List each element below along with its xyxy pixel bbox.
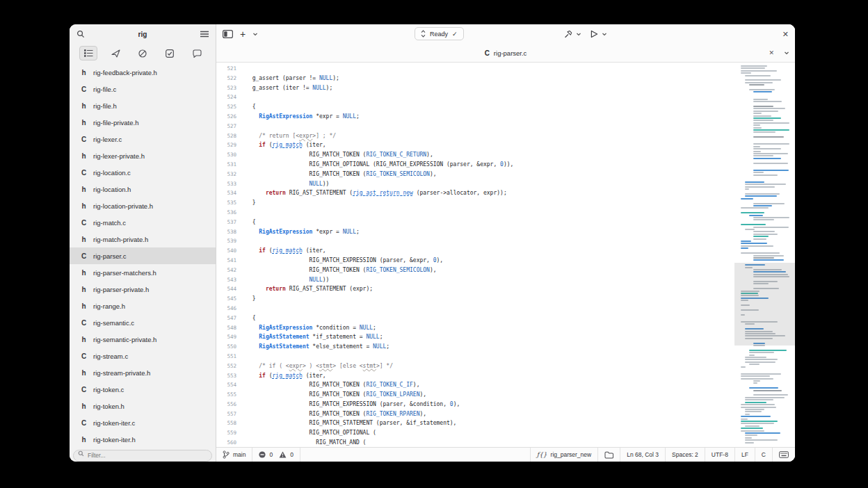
code-line[interactable]: /* return [<expr>] ; */ — [246, 131, 734, 141]
code-line[interactable]: RIG_MATCH_OPTIONAL ( — [246, 428, 734, 438]
omnibar[interactable]: Ready ✓ — [415, 27, 464, 40]
file-row[interactable]: hrig-parser-private.h — [70, 281, 216, 298]
code-line[interactable]: } — [246, 294, 734, 304]
cursor-position[interactable]: Ln 68, Col 3 — [620, 448, 665, 462]
tab-list-caret-icon[interactable] — [784, 50, 789, 56]
file-row[interactable]: hrig-file-private.h — [70, 114, 216, 131]
file-row[interactable]: Crig-lexer.c — [70, 131, 216, 147]
file-row[interactable]: Crig-match.c — [70, 214, 216, 231]
code-lines[interactable]: g_assert (parser != NULL); g_assert (ite… — [240, 63, 734, 447]
run-panel-icon[interactable] — [106, 46, 124, 60]
line-number: 544 — [216, 284, 236, 294]
code-line[interactable] — [246, 208, 734, 218]
code-line[interactable]: RIG_MATCH_TOKEN (RIG_TOKEN_RPAREN), — [246, 409, 734, 419]
code-line[interactable]: RigAstExpression *expr = NULL; — [246, 112, 734, 122]
tab-close-icon[interactable]: ✕ — [769, 49, 774, 56]
diagnostics-indicator[interactable]: 0 0 — [252, 448, 299, 462]
file-row[interactable]: hrig-stream-private.h — [70, 364, 216, 381]
code-line[interactable] — [246, 64, 734, 74]
code-editor[interactable]: 5215225235245255265275285295305315325335… — [216, 63, 795, 447]
build-caret-icon[interactable] — [576, 31, 581, 37]
new-tab-button[interactable]: + — [240, 29, 246, 39]
file-row[interactable]: hrig-file.h — [70, 97, 216, 114]
code-line[interactable]: if (rig_match (iter, — [246, 140, 734, 150]
new-tab-caret-icon[interactable] — [252, 31, 258, 37]
file-row[interactable]: hrig-location.h — [70, 181, 216, 197]
code-line[interactable] — [246, 304, 734, 314]
code-line[interactable]: RigAstStatement *else_statement = NULL; — [246, 342, 734, 352]
folder-button[interactable] — [598, 448, 620, 462]
code-line[interactable]: RIG_MATCH_TOKEN (RIG_TOKEN_C_RETURN), — [246, 150, 734, 160]
run-caret-icon[interactable] — [602, 31, 607, 37]
tests-panel-icon[interactable] — [161, 46, 179, 60]
code-line[interactable]: RIG_MATCH_STATEMENT (parser, &if_stateme… — [246, 418, 734, 428]
code-line[interactable]: if (rig_match (iter, — [246, 371, 734, 381]
file-row[interactable]: Crig-token.c — [70, 381, 216, 398]
window-close-button[interactable]: ✕ — [782, 24, 789, 44]
code-line[interactable]: g_assert (iter != NULL); — [246, 83, 734, 93]
encoding-setting[interactable]: UTF-8 — [705, 448, 734, 462]
code-line[interactable]: RigAstStatement *if_statement = NULL; — [246, 332, 734, 342]
file-row[interactable]: Crig-stream.c — [70, 348, 216, 364]
current-symbol[interactable]: ƒ{} rig_parser_new — [531, 448, 597, 462]
minimap-viewport[interactable] — [734, 263, 795, 345]
line-number: 555 — [216, 390, 236, 400]
file-row[interactable]: hrig-lexer-private.h — [70, 147, 216, 164]
line-ending-setting[interactable]: LF — [735, 448, 755, 462]
file-row[interactable]: hrig-parser-matchers.h — [70, 264, 216, 281]
file-row[interactable]: hrig-semantic-private.h — [70, 331, 216, 348]
file-row[interactable]: hrig-range.h — [70, 298, 216, 314]
code-line[interactable]: if (rig_match (iter, — [246, 246, 734, 256]
panel-toggle-icon[interactable] — [223, 30, 233, 38]
code-line[interactable] — [246, 236, 734, 246]
code-line[interactable]: RigAstExpression *condition = NULL; — [246, 323, 734, 333]
search-icon[interactable] — [77, 30, 85, 38]
code-line[interactable]: { — [246, 314, 734, 323]
code-line[interactable]: /* if ( <expr> ) <stmt> [else <stmt>] */ — [246, 361, 734, 371]
run-button[interactable] — [590, 30, 598, 38]
filter-input[interactable] — [73, 450, 212, 462]
file-row[interactable]: Crig-token-iter.c — [70, 414, 216, 431]
code-line[interactable] — [246, 122, 734, 131]
file-row[interactable]: Crig-parser.c — [70, 247, 216, 264]
code-line[interactable]: RIG_MATCH_OPTIONAL (RIG_MATCH_EXPRESSION… — [246, 160, 734, 170]
code-line[interactable]: g_assert (parser != NULL); — [246, 74, 734, 83]
build-icon[interactable] — [563, 30, 572, 39]
file-row[interactable]: hrig-location-private.h — [70, 197, 216, 214]
code-line[interactable] — [246, 92, 734, 102]
diagnostics-panel-icon[interactable] — [134, 46, 152, 60]
code-line[interactable]: return RIG_AST_STATEMENT (rig_ast_return… — [246, 188, 734, 198]
tab-title[interactable]: rig-parser.c — [494, 49, 527, 57]
branch-indicator[interactable]: main — [216, 448, 252, 462]
files-panel-icon[interactable] — [79, 46, 97, 60]
file-row[interactable]: hrig-token.h — [70, 398, 216, 414]
menu-icon[interactable] — [200, 31, 209, 38]
code-line[interactable]: RIG_MATCH_TOKEN (RIG_TOKEN_SEMICOLON), — [246, 170, 734, 179]
code-line[interactable]: NULL)) — [246, 179, 734, 189]
code-line[interactable]: RIG_MATCH_TOKEN (RIG_TOKEN_LPAREN), — [246, 390, 734, 400]
file-row[interactable]: hrig-feedback-private.h — [70, 64, 216, 81]
code-line[interactable]: RIG_MATCH_EXPRESSION (parser, &expr, 0), — [246, 256, 734, 266]
code-line[interactable]: } — [246, 198, 734, 208]
file-row[interactable]: hrig-match-private.h — [70, 231, 216, 247]
code-line[interactable]: RIG_MATCH_TOKEN (RIG_TOKEN_C_IF), — [246, 380, 734, 390]
code-line[interactable]: RigAstExpression *expr = NULL; — [246, 227, 734, 237]
file-lang-icon: C — [80, 219, 88, 227]
keyboard-button[interactable] — [773, 448, 795, 462]
code-line[interactable]: { — [246, 218, 734, 227]
code-line[interactable] — [246, 352, 734, 361]
code-line[interactable]: { — [246, 102, 734, 112]
code-line[interactable]: RIG_MATCH_TOKEN (RIG_TOKEN_SEMICOLON), — [246, 266, 734, 275]
indentation-setting[interactable]: Spaces: 2 — [666, 448, 705, 462]
file-row[interactable]: Crig-location.c — [70, 164, 216, 181]
language-setting[interactable]: C — [755, 448, 772, 462]
minimap[interactable] — [734, 63, 795, 447]
code-line[interactable]: return RIG_AST_STATEMENT (expr); — [246, 284, 734, 294]
file-row[interactable]: Crig-semantic.c — [70, 314, 216, 331]
file-row[interactable]: Crig-file.c — [70, 81, 216, 97]
chat-panel-icon[interactable] — [188, 46, 206, 60]
code-line[interactable]: RIG_MATCH_AND ( — [246, 438, 734, 447]
code-line[interactable]: RIG_MATCH_EXPRESSION (parser, &condition… — [246, 400, 734, 409]
code-line[interactable]: NULL)) — [246, 275, 734, 285]
file-row[interactable]: hrig-token-iter.h — [70, 431, 216, 446]
